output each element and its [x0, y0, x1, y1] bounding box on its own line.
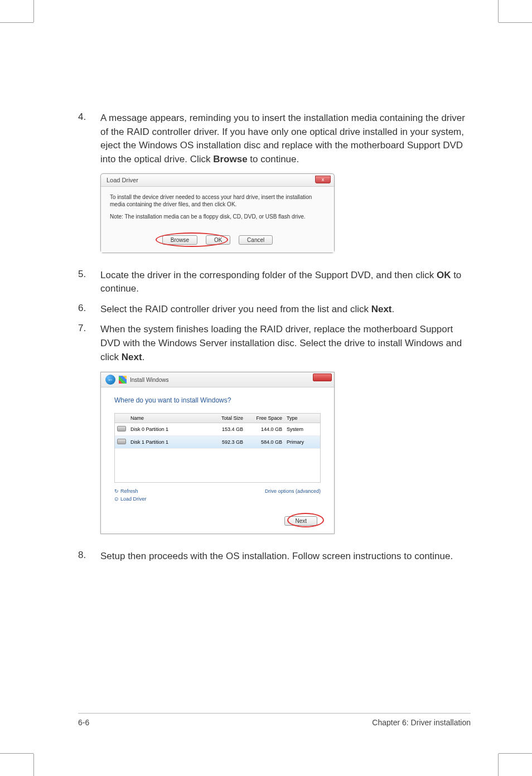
content-area: 4. A message appears, reminding you to i… [45, 33, 487, 564]
windows-flag-icon [119, 376, 127, 384]
partition-table: Name Total Size Free Space Type Disk 0 P… [114, 413, 321, 483]
text: to continue. [248, 154, 299, 164]
step-6: 6. Select the RAID controller driver you… [78, 303, 471, 317]
step-number: 8. [78, 550, 100, 564]
cell-size: 153.4 GB [209, 426, 248, 432]
text: When the system finishes loading the RAI… [100, 324, 462, 362]
load-driver-link[interactable]: ⊙Load Driver [114, 496, 147, 502]
step-4: 4. A message appears, reminding you to i… [78, 111, 471, 167]
back-arrow-icon: ← [108, 376, 114, 383]
text: . [142, 352, 145, 362]
drive-icon [117, 439, 126, 444]
ok-button[interactable]: OK [206, 235, 230, 245]
bold: Browse [213, 154, 247, 164]
dialog-heading: Where do you want to install Windows? [114, 396, 321, 404]
cell-type: Primary [287, 439, 320, 445]
step-number: 4. [78, 111, 100, 167]
cell-type: System [287, 426, 320, 432]
dialog-buttons: Browse OK Cancel [110, 235, 325, 247]
back-button[interactable]: ← [105, 375, 115, 385]
text: Select the RAID controller driver you ne… [100, 304, 371, 314]
load-driver-dialog: Load Driver x To install the device driv… [100, 173, 335, 253]
drive-options-link[interactable]: Drive options (advanced) [265, 488, 321, 504]
refresh-link[interactable]: ↻Refresh [114, 488, 147, 494]
step-text: When the system finishes loading the RAI… [100, 323, 471, 364]
bold: OK [437, 270, 451, 280]
next-button[interactable]: Next [284, 516, 317, 526]
cancel-button[interactable]: Cancel [239, 235, 273, 245]
refresh-icon: ↻ [114, 488, 119, 494]
dialog-message: To install the device driver needed to a… [110, 193, 325, 208]
text: Setup then proceeds with the OS installa… [100, 551, 453, 561]
dialog-title: Load Driver [107, 177, 138, 183]
dialog-title-bar: ← Install Windows [101, 372, 334, 387]
dialog-body: Where do you want to install Windows? Na… [101, 387, 334, 534]
dialog-title: Install Windows [130, 377, 168, 383]
col-name: Name [128, 415, 209, 421]
table-spacer [115, 449, 320, 482]
step-text: Locate the driver in the corresponding f… [100, 269, 471, 296]
table-row[interactable]: Disk 1 Partition 1 592.3 GB 584.0 GB Pri… [115, 436, 320, 449]
chapter-title: Chapter 6: Driver installation [372, 718, 471, 727]
step-7: 7. When the system finishes loading the … [78, 323, 471, 364]
close-button[interactable]: x [315, 176, 331, 183]
cell-free: 144.0 GB [248, 426, 287, 432]
page: 4. A message appears, reminding you to i… [45, 33, 487, 743]
text: . [392, 304, 395, 314]
drive-icon [117, 426, 126, 431]
cell-name: Disk 0 Partition 1 [128, 426, 209, 432]
step-text: Setup then proceeds with the OS installa… [100, 550, 471, 564]
page-number: 6-6 [78, 718, 89, 727]
step-number: 7. [78, 323, 100, 364]
page-footer: 6-6 Chapter 6: Driver installation [78, 713, 471, 727]
browse-button[interactable]: Browse [162, 235, 197, 245]
step-number: 6. [78, 303, 100, 317]
col-type: Type [287, 415, 320, 421]
screenshot-install-windows: ← Install Windows Where do you want to i… [100, 372, 471, 534]
col-free: Free Space [248, 415, 287, 421]
dialog-body: To install the device driver needed to a… [101, 187, 334, 253]
bold: Next [122, 352, 142, 362]
step-5: 5. Locate the driver in the correspondin… [78, 269, 471, 296]
disc-icon: ⊙ [114, 496, 119, 502]
install-windows-dialog: ← Install Windows Where do you want to i… [100, 372, 335, 534]
dialog-note: Note: The installation media can be a fl… [110, 214, 325, 220]
table-header: Name Total Size Free Space Type [115, 414, 320, 423]
cell-free: 584.0 GB [248, 439, 287, 445]
text: Locate the driver in the corresponding f… [100, 270, 437, 280]
col-size: Total Size [209, 415, 248, 421]
links-left: ↻Refresh ⊙Load Driver [114, 488, 147, 504]
dialog-title-bar: Load Driver x [101, 174, 334, 187]
step-number: 5. [78, 269, 100, 296]
step-text: A message appears, reminding you to inse… [100, 111, 471, 167]
screenshot-load-driver: Load Driver x To install the device driv… [100, 173, 471, 253]
step-text: Select the RAID controller driver you ne… [100, 303, 471, 317]
next-button-wrap: Next [114, 516, 321, 526]
step-8: 8. Setup then proceeds with the OS insta… [78, 550, 471, 564]
cell-name: Disk 1 Partition 1 [128, 439, 209, 445]
dialog-links: ↻Refresh ⊙Load Driver Drive options (adv… [114, 488, 321, 504]
close-icon: x [322, 177, 325, 182]
cell-size: 592.3 GB [209, 439, 248, 445]
table-row[interactable]: Disk 0 Partition 1 153.4 GB 144.0 GB Sys… [115, 423, 320, 436]
close-button[interactable] [313, 374, 332, 381]
bold: Next [371, 304, 392, 314]
